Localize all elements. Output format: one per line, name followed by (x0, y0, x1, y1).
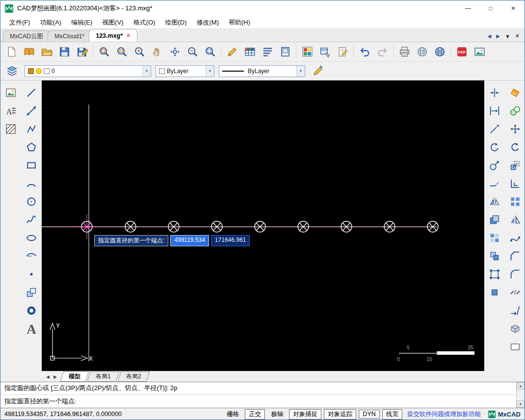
new-file-button[interactable] (3, 44, 20, 60)
layout-page-button[interactable] (277, 44, 293, 60)
zoom-in-button[interactable] (131, 44, 148, 60)
break-button[interactable] (507, 284, 524, 300)
layout-scroll-right-icon[interactable]: ▶ (52, 374, 59, 379)
circle-button[interactable] (23, 193, 40, 210)
menu-format[interactable]: 格式(O) (129, 17, 160, 28)
polygon-button[interactable] (23, 139, 40, 155)
dyn-x-input[interactable]: 498119.534 (170, 235, 209, 246)
menu-help[interactable]: 帮助(H) (224, 17, 255, 28)
doc-tab-mxcloud1[interactable]: MxCloud1* (48, 30, 91, 42)
array-object-button[interactable] (486, 230, 503, 246)
insert-image-button[interactable] (2, 84, 19, 101)
color-select[interactable]: ByLayer ▼ (156, 65, 214, 77)
toggle-dyn[interactable]: DYN (359, 410, 379, 419)
dyn-y-input[interactable]: 171646.961 (211, 235, 250, 246)
tab-scroll-left-icon[interactable]: ◀ (487, 33, 491, 39)
extend-button[interactable] (486, 103, 503, 119)
toggle-ortho[interactable]: 正交 (245, 409, 265, 420)
pan-button[interactable] (149, 44, 165, 60)
menu-modify[interactable]: 修改(M) (191, 17, 224, 28)
zoom-dynamic-button[interactable] (166, 44, 183, 60)
command-history[interactable]: 指定圆的圆心或 [三点(3P)/两点(2P)/切点、切点、半径(T)]: 2p … (0, 382, 516, 408)
box-3d-button[interactable] (507, 320, 524, 337)
toggle-lineweight[interactable]: 线宽 (382, 409, 402, 420)
doc-tab-mxcad-cloud[interactable]: MxCAD云图 (3, 30, 50, 42)
undo-button[interactable] (356, 44, 373, 60)
open-folder-button[interactable] (38, 44, 55, 60)
open-cloud-button[interactable] (21, 44, 37, 60)
lengthen-button[interactable] (486, 175, 503, 191)
stretch-button[interactable] (486, 121, 503, 137)
maximize-button[interactable]: □ (479, 0, 502, 16)
stack-object-button[interactable] (486, 248, 503, 264)
scale-button[interactable] (507, 157, 524, 173)
redo-button[interactable] (374, 44, 391, 60)
command-scrollbar[interactable]: ▲ ▼ (516, 382, 525, 408)
menu-file[interactable]: 文件(F) (4, 17, 35, 28)
ellipse-button[interactable] (23, 230, 40, 246)
menu-view[interactable]: 视图(V) (97, 17, 128, 28)
mirror-button[interactable] (507, 211, 524, 228)
layer-dropdown-icon[interactable]: ▼ (142, 66, 151, 77)
color-dropdown-icon[interactable]: ▼ (206, 66, 214, 77)
pdf-export-button[interactable]: PDF (453, 44, 470, 60)
zoom-extents-button[interactable] (202, 44, 218, 60)
region-button[interactable] (486, 284, 503, 300)
xline-button[interactable] (23, 103, 40, 119)
linetype-dropdown-icon[interactable]: ▼ (296, 66, 305, 77)
text-button[interactable]: A (23, 320, 40, 337)
tab-close-icon[interactable]: ✕ (126, 32, 131, 39)
draw-settings-button[interactable] (310, 63, 326, 79)
hatch-button[interactable] (2, 121, 19, 137)
ellipse-arc-button[interactable] (23, 248, 40, 264)
menu-edit[interactable]: 编辑(E) (66, 17, 97, 28)
copy-button[interactable] (507, 103, 524, 119)
chamfer-button[interactable] (507, 248, 524, 264)
line-button[interactable] (23, 84, 40, 101)
web-globe-button[interactable] (414, 44, 430, 60)
minimize-button[interactable]: — (457, 0, 479, 16)
offset-button[interactable] (507, 175, 524, 191)
layer-manager-button[interactable] (3, 63, 20, 79)
erase-button[interactable] (507, 84, 524, 101)
feedback-link[interactable]: 提交软件问题或增加新功能 (407, 410, 481, 419)
spline-button[interactable] (23, 211, 40, 228)
insert-block-button[interactable] (23, 284, 40, 300)
menu-draw[interactable]: 绘图(D) (160, 17, 191, 28)
mtext-button[interactable] (259, 44, 276, 60)
rotate-ref-button[interactable] (486, 139, 503, 155)
edit-doc-button[interactable] (334, 44, 351, 60)
layout-tab-layout1[interactable]: 布局1 (87, 371, 120, 382)
layout-scroll-left-icon[interactable]: ◀ (44, 374, 52, 379)
redline-button[interactable] (224, 44, 240, 60)
mirror-line-button[interactable] (486, 193, 503, 210)
table-button[interactable] (241, 44, 258, 60)
toggle-grid[interactable]: 栅格 (223, 410, 242, 419)
tab-close-icon[interactable]: ✕ (515, 33, 520, 39)
zoom-window-button[interactable] (113, 44, 130, 60)
drawing-canvas[interactable]: 指定圆直径的第一个端点: 498119.534 171646.961 Y X 5… (42, 80, 484, 371)
image-export-button[interactable] (471, 44, 488, 60)
layer-select[interactable]: 0 ▼ (25, 65, 151, 77)
trim-button[interactable] (486, 84, 503, 101)
zoom-prev-button[interactable] (96, 44, 112, 60)
polyline-button[interactable] (23, 121, 40, 137)
explode-button[interactable] (507, 302, 524, 318)
doc-tab-123-mxg[interactable]: 123.mxg*✕ (89, 29, 137, 42)
view-window-button[interactable] (316, 44, 333, 60)
scroll-up-icon[interactable]: ▲ (517, 382, 525, 390)
menu-func[interactable]: 功能(A) (35, 17, 66, 28)
point-button[interactable] (23, 266, 40, 282)
move-button[interactable] (507, 121, 524, 137)
tab-list-icon[interactable]: ▼ (505, 33, 510, 39)
close-button[interactable]: ✕ (502, 0, 525, 16)
scale-ref-button[interactable] (486, 157, 503, 173)
edit-spline-button[interactable] (507, 230, 524, 246)
linetype-select[interactable]: ByLayer ▼ (219, 65, 305, 77)
command-window[interactable]: 指定圆的圆心或 [三点(3P)/两点(2P)/切点、切点、半径(T)]: 2p … (0, 382, 525, 408)
save-button[interactable] (56, 44, 73, 60)
zoom-out-button[interactable] (184, 44, 201, 60)
array-button[interactable] (507, 193, 524, 210)
fillet-button[interactable] (507, 266, 524, 282)
scroll-down-icon[interactable]: ▼ (517, 400, 525, 408)
